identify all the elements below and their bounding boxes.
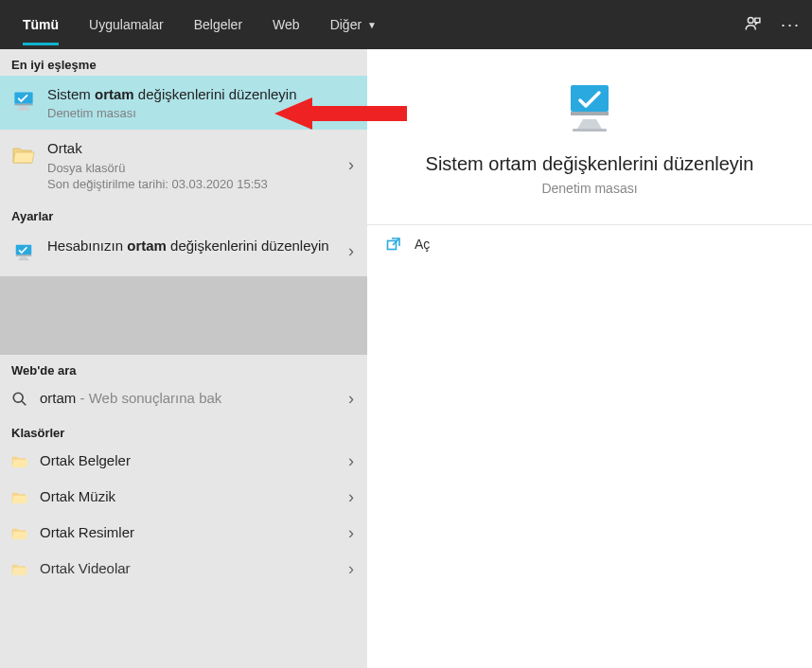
- best-match-result[interactable]: Sistem ortam değişkenlerini düzenleyin D…: [0, 76, 367, 130]
- result-ortak-folder[interactable]: Ortak Dosya klasörü Son değiştirilme tar…: [0, 130, 367, 200]
- folder-result[interactable]: Ortak Belgeler ›: [0, 444, 367, 480]
- folder-name: Ortak Belgeler: [40, 451, 341, 470]
- settings-result-title: Hesabınızın ortam değişkenlerini düzenle…: [47, 237, 341, 255]
- search-tabs: Tümü Uygulamalar Belgeler Web Diğer ▼: [8, 0, 392, 49]
- folder-icon: [9, 141, 38, 169]
- folder-result[interactable]: Ortak Müzik ›: [0, 480, 367, 516]
- section-web-search: Web'de ara: [0, 355, 367, 381]
- best-match-subtitle: Denetim masası: [47, 106, 354, 120]
- tab-more-label: Diğer: [330, 17, 362, 32]
- svg-line-6: [22, 400, 26, 404]
- tab-web[interactable]: Web: [257, 0, 315, 49]
- ortak-modified: Son değiştirilme tarihi: 03.03.2020 15:5…: [47, 177, 341, 191]
- tab-docs[interactable]: Belgeler: [179, 0, 257, 49]
- svg-rect-8: [571, 112, 609, 115]
- results-pane: En iyi eşleşme Sistem ortam değişkenleri…: [0, 49, 367, 668]
- web-search-text: ortam - Web sonuçlarına bak: [40, 389, 341, 408]
- feedback-icon[interactable]: [743, 14, 764, 35]
- svg-rect-7: [571, 85, 609, 112]
- chevron-right-icon: ›: [348, 389, 354, 409]
- chevron-right-icon: ›: [348, 523, 354, 543]
- environment-variables-icon: [9, 87, 38, 115]
- folder-name: Ortak Müzik: [40, 487, 341, 506]
- redacted-item: [0, 276, 367, 309]
- best-match-title: Sistem ortam değişkenlerini düzenleyin: [47, 85, 354, 104]
- chevron-right-icon: ›: [348, 487, 354, 507]
- svg-rect-4: [16, 255, 32, 256]
- ortak-title: Ortak: [47, 139, 341, 158]
- redacted-item: [0, 309, 367, 355]
- search-icon: [9, 389, 30, 410]
- detail-pane: Sistem ortam değişkenlerini düzenleyin D…: [367, 49, 812, 668]
- folder-name: Ortak Resimler: [40, 523, 341, 542]
- folder-result[interactable]: Ortak Videolar ›: [0, 552, 367, 588]
- folder-icon: [9, 487, 30, 508]
- more-options-icon[interactable]: ···: [781, 15, 801, 35]
- chevron-right-icon: ›: [348, 451, 354, 471]
- svg-point-5: [13, 393, 23, 402]
- environment-variables-icon: [9, 238, 38, 267]
- open-action[interactable]: Aç: [367, 225, 812, 263]
- section-settings: Ayarlar: [0, 201, 367, 227]
- tab-all[interactable]: Tümü: [8, 0, 74, 49]
- folder-result[interactable]: Ortak Resimler ›: [0, 516, 367, 552]
- detail-icon: [559, 78, 620, 138]
- svg-point-0: [748, 17, 753, 23]
- tab-more[interactable]: Diğer ▼: [315, 0, 392, 49]
- chevron-right-icon: ›: [348, 241, 354, 261]
- svg-rect-2: [14, 104, 32, 106]
- svg-rect-9: [573, 129, 607, 132]
- open-label: Aç: [415, 237, 430, 252]
- detail-subtitle: Denetim masası: [386, 181, 793, 196]
- section-best-match: En iyi eşleşme: [0, 49, 367, 76]
- chevron-right-icon: ›: [348, 559, 354, 579]
- folder-icon: [9, 559, 30, 580]
- open-icon: [386, 237, 405, 252]
- folder-name: Ortak Videolar: [40, 559, 341, 578]
- folder-icon: [9, 451, 30, 472]
- web-search-result[interactable]: ortam - Web sonuçlarına bak ›: [0, 381, 367, 417]
- section-folders: Klasörler: [0, 417, 367, 444]
- folder-icon: [9, 523, 30, 544]
- tab-apps[interactable]: Uygulamalar: [74, 0, 179, 49]
- chevron-right-icon: ›: [348, 155, 354, 175]
- top-bar: Tümü Uygulamalar Belgeler Web Diğer ▼ ··…: [0, 0, 812, 49]
- ortak-sub: Dosya klasörü: [47, 161, 341, 175]
- chevron-down-icon: ▼: [367, 20, 377, 30]
- detail-title: Sistem ortam değişkenlerini düzenleyin: [386, 153, 793, 175]
- settings-result-env-user[interactable]: Hesabınızın ortam değişkenlerini düzenle…: [0, 227, 367, 276]
